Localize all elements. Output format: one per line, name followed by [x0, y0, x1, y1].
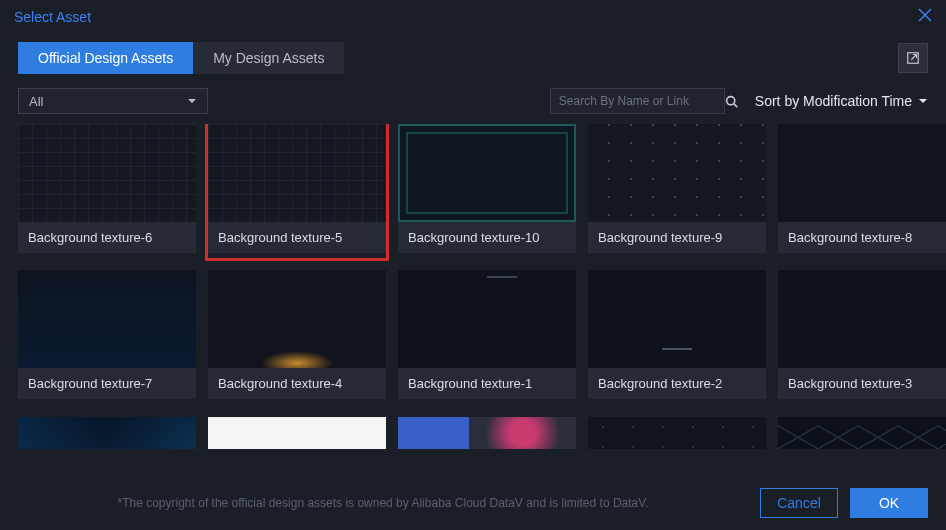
asset-thumbnail [778, 270, 946, 368]
asset-thumbnail [778, 417, 946, 449]
asset-thumbnail [398, 124, 576, 222]
asset-label: Background texture-6 [18, 222, 196, 253]
asset-thumbnail [208, 417, 386, 449]
asset-card[interactable]: Background texture-2 [588, 270, 766, 404]
asset-card[interactable]: Background texture-10 [398, 124, 576, 258]
asset-label: Background texture-5 [208, 222, 386, 253]
search-field[interactable] [550, 88, 725, 114]
search-icon[interactable] [717, 95, 746, 108]
asset-card[interactable]: Background texture-9 [588, 124, 766, 258]
asset-label: Background texture-1 [398, 368, 576, 399]
asset-label: Background texture-8 [778, 222, 946, 253]
asset-thumbnail [18, 417, 196, 449]
asset-label: Background texture-4 [208, 368, 386, 399]
asset-thumbnail [398, 417, 576, 449]
asset-card[interactable]: Background texture-8 [778, 124, 946, 258]
asset-label: Background texture-10 [398, 222, 576, 253]
svg-point-3 [726, 96, 734, 104]
svg-line-4 [734, 103, 737, 106]
asset-card[interactable]: Background texture-4 [208, 270, 386, 404]
asset-card[interactable] [398, 417, 576, 454]
asset-thumbnail [398, 270, 576, 368]
asset-thumbnail [778, 124, 946, 222]
asset-card[interactable] [778, 417, 946, 454]
close-icon[interactable] [918, 8, 932, 26]
ok-button[interactable]: OK [850, 488, 928, 518]
asset-label: Background texture-7 [18, 368, 196, 399]
cancel-button[interactable]: Cancel [760, 488, 838, 518]
asset-card[interactable] [18, 417, 196, 454]
asset-thumbnail [588, 270, 766, 368]
chevron-down-icon [187, 96, 197, 106]
category-filter-value: All [29, 94, 43, 109]
sort-label: Sort by Modification Time [755, 93, 912, 109]
asset-card[interactable] [588, 417, 766, 454]
asset-card[interactable]: Background texture-3 [778, 270, 946, 404]
asset-thumbnail [208, 124, 386, 222]
category-filter-dropdown[interactable]: All [18, 88, 208, 114]
asset-card[interactable] [208, 417, 386, 454]
dialog-title: Select Asset [14, 9, 91, 25]
asset-label: Background texture-3 [778, 368, 946, 399]
asset-thumbnail [208, 270, 386, 368]
asset-thumbnail [18, 270, 196, 368]
asset-thumbnail [588, 124, 766, 222]
open-external-icon [906, 51, 920, 65]
asset-card[interactable]: Background texture-5 [208, 124, 386, 258]
asset-label: Background texture-9 [588, 222, 766, 253]
asset-card[interactable]: Background texture-7 [18, 270, 196, 404]
asset-grid: Background texture-6Background texture-5… [0, 124, 946, 454]
open-external-button[interactable] [898, 43, 928, 73]
tab-official-assets[interactable]: Official Design Assets [18, 42, 193, 74]
asset-thumbnail [588, 417, 766, 449]
copyright-text: *The copyright of the official design as… [18, 496, 748, 510]
sort-dropdown[interactable]: Sort by Modification Time [755, 93, 928, 109]
asset-thumbnail [18, 124, 196, 222]
asset-label: Background texture-2 [588, 368, 766, 399]
chevron-down-icon [918, 96, 928, 106]
asset-card[interactable]: Background texture-1 [398, 270, 576, 404]
asset-card[interactable]: Background texture-6 [18, 124, 196, 258]
search-input[interactable] [551, 94, 717, 108]
tab-my-assets[interactable]: My Design Assets [193, 42, 344, 74]
